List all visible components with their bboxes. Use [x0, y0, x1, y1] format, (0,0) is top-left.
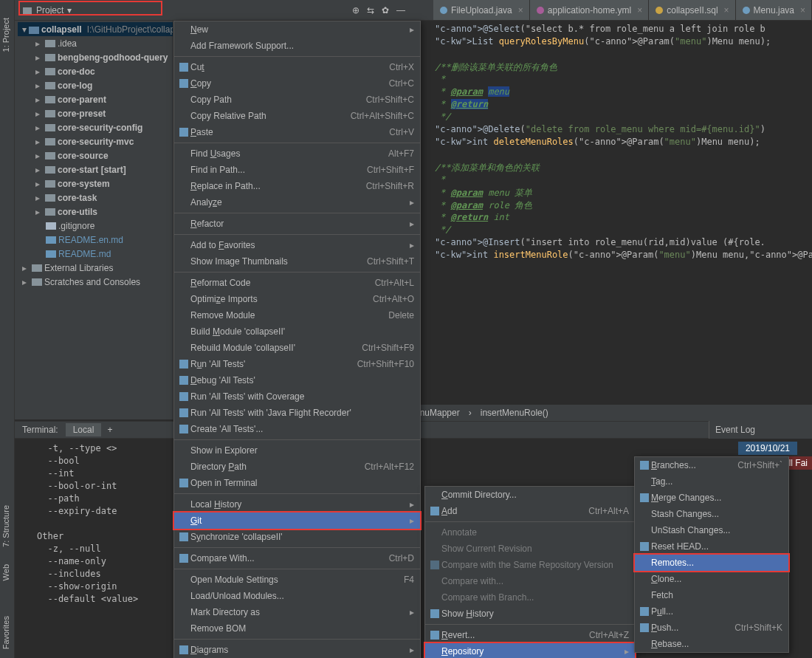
tree-item[interactable]: README.md	[18, 247, 173, 261]
close-icon[interactable]: ×	[637, 5, 642, 16]
menu-item[interactable]: PasteCtrl+V	[174, 124, 420, 140]
menu-item[interactable]: Build Module 'collapseII'	[174, 323, 420, 340]
menu-item[interactable]: Revert...Ctrl+Alt+Z	[425, 627, 635, 643]
tree-item[interactable]: .gitignore	[18, 219, 173, 233]
tab-structure[interactable]: 7: Structure	[0, 502, 12, 550]
tab-project[interactable]: 1: Project	[0, 15, 12, 55]
menu-item[interactable]: Find in Path...Ctrl+Shift+F	[174, 162, 420, 178]
editor-tab[interactable]: FileUpload.java×	[433, 0, 530, 20]
tree-item[interactable]: ▸core-system	[18, 177, 173, 191]
menu-item[interactable]: Push...Ctrl+Shift+K	[635, 620, 788, 636]
tree-item[interactable]: ▸.idea	[18, 36, 173, 50]
editor-tab[interactable]: collapseII.sql×	[649, 0, 735, 20]
menu-item[interactable]: Compare with the Same Repository Version	[425, 557, 635, 573]
menu-item[interactable]: Merge Changes...	[635, 490, 788, 506]
code-editor[interactable]: "c-anno">@Select("select b.* from role_m…	[399, 21, 812, 397]
tree-item[interactable]: ▸core-security-config	[18, 120, 173, 134]
menu-item[interactable]: Refactor▸	[174, 216, 420, 232]
menu-item[interactable]: Commit Directory...	[425, 487, 635, 503]
menu-item[interactable]: Add Framework Support...	[174, 38, 420, 54]
menu-item[interactable]: Optimize ImportsCtrl+Alt+O	[174, 291, 420, 307]
close-icon[interactable]: ×	[518, 5, 523, 16]
menu-item[interactable]: Remove BOM	[174, 620, 420, 637]
tree-root[interactable]: ▾collapseIII:\GitHubProject\collapseII	[18, 22, 173, 36]
menu-item[interactable]: Analyze▸	[174, 194, 420, 210]
event-log-tab[interactable]: Event Log	[709, 421, 812, 439]
gear-icon[interactable]: ✿	[382, 5, 389, 16]
tree-item[interactable]: ▸core-source	[18, 148, 173, 162]
menu-item[interactable]: Local History▸	[174, 496, 420, 513]
menu-item[interactable]: Show Image ThumbnailsCtrl+Shift+T	[174, 253, 420, 270]
hide-icon[interactable]: —	[396, 5, 405, 16]
menu-item[interactable]: Pull...	[635, 603, 788, 620]
menu-item[interactable]: Add to Favorites▸	[174, 237, 420, 253]
menu-item[interactable]: Branches...Ctrl+Shift+`	[635, 457, 788, 473]
tree-item[interactable]: ▸External Libraries	[18, 261, 173, 275]
menu-item[interactable]: Reformat CodeCtrl+Alt+L	[174, 275, 420, 291]
menu-item[interactable]: Clone...	[635, 571, 788, 587]
menu-item[interactable]: Replace in Path...Ctrl+Shift+R	[174, 178, 420, 194]
menu-item[interactable]: Git▸	[174, 513, 420, 529]
menu-item[interactable]: Remove ModuleDelete	[174, 307, 420, 323]
menu-item[interactable]: AddCtrl+Alt+A	[425, 503, 635, 519]
menu-item[interactable]: Show History	[425, 606, 635, 622]
menu-item[interactable]: Compare with Branch...	[425, 589, 635, 606]
tree-item[interactable]: ▸core-doc	[18, 64, 173, 78]
tab-favorites[interactable]: Favorites	[0, 613, 12, 652]
tree-item[interactable]: ▸core-task	[18, 191, 173, 205]
menu-item[interactable]: UnStash Changes...	[635, 522, 788, 538]
menu-item[interactable]: Debug 'All Tests'	[174, 372, 420, 388]
menu-item[interactable]: CutCtrl+X	[174, 59, 420, 75]
tree-item[interactable]: ▸core-start [start]	[18, 162, 173, 177]
menu-item[interactable]: Create 'All Tests'...	[174, 421, 420, 437]
menu-item[interactable]: Remotes...	[635, 555, 788, 571]
menu-item[interactable]: New▸	[174, 21, 420, 38]
close-icon[interactable]: ×	[724, 5, 729, 16]
menu-item[interactable]: Tag...	[635, 473, 788, 490]
menu-item[interactable]: Compare with...	[425, 573, 635, 589]
menu-item[interactable]: Find UsagesAlt+F7	[174, 145, 420, 162]
menu-item[interactable]: Reset HEAD...	[635, 538, 788, 555]
menu-item[interactable]: Mark Directory as▸	[174, 604, 420, 620]
tree-item[interactable]: ▸core-utils	[18, 205, 173, 219]
menu-item[interactable]: Run 'All Tests' with Coverage	[174, 388, 420, 405]
menu-item[interactable]: Copy PathCtrl+Shift+C	[174, 92, 420, 108]
menu-item[interactable]: Rebuild Module 'collapseII'Ctrl+Shift+F9	[174, 340, 420, 356]
tree-item[interactable]: README.en.md	[18, 233, 173, 247]
menu-item[interactable]: Run 'All Tests'Ctrl+Shift+F10	[174, 356, 420, 372]
menu-item-label: Git	[190, 515, 401, 526]
collapse-icon[interactable]: ⇆	[367, 5, 374, 16]
menu-item[interactable]: Compare With...Ctrl+D	[174, 550, 420, 566]
editor-tab[interactable]: Menu.java×	[736, 0, 812, 20]
target-icon[interactable]: ⊕	[352, 5, 359, 16]
tree-item[interactable]: ▸core-log	[18, 78, 173, 92]
menu-item[interactable]: Fetch	[635, 587, 788, 603]
menu-item[interactable]: Synchronize 'collapseII'	[174, 529, 420, 545]
editor-tab[interactable]: application-home.yml×	[530, 0, 649, 20]
menu-item[interactable]: Stash Changes...	[635, 506, 788, 522]
add-terminal-icon[interactable]: +	[107, 425, 112, 435]
terminal-output[interactable]: -t, --type <> --bool --int --bool-or-int…	[15, 439, 173, 658]
menu-item[interactable]: Run 'All Tests' with 'Java Flight Record…	[174, 405, 420, 421]
tree-item[interactable]: ▸core-preset	[18, 106, 173, 120]
menu-item[interactable]: Annotate	[425, 524, 635, 541]
tree-item[interactable]: ▸Scratches and Consoles	[18, 275, 173, 289]
close-icon[interactable]: ×	[800, 5, 805, 16]
menu-item[interactable]: Rebase...	[635, 636, 788, 652]
menu-item[interactable]: Open in Terminal	[174, 475, 420, 491]
tree-item[interactable]: ▸bengbeng-godhood-query	[18, 50, 173, 64]
menu-item[interactable]: Diagrams▸	[174, 642, 420, 658]
menu-item[interactable]: Copy Relative PathCtrl+Alt+Shift+C	[174, 108, 420, 124]
menu-item[interactable]: CopyCtrl+C	[174, 75, 420, 92]
menu-item[interactable]: Directory PathCtrl+Alt+F12	[174, 459, 420, 475]
menu-item[interactable]: Show Current Revision	[425, 541, 635, 557]
tree-item[interactable]: ▸core-parent	[18, 92, 173, 106]
tab-web[interactable]: Web	[0, 561, 12, 583]
menu-item[interactable]: Open Module SettingsF4	[174, 572, 420, 588]
menu-item[interactable]: Repository▸	[425, 643, 635, 658]
terminal-tab[interactable]: Local	[66, 423, 102, 436]
menu-item[interactable]: Load/Unload Modules...	[174, 588, 420, 604]
tree-item[interactable]: ▸core-security-mvc	[18, 134, 173, 148]
menu-item[interactable]: Show in Explorer	[174, 442, 420, 459]
breadcrumb-method[interactable]: insertMenuRole()	[481, 408, 548, 418]
